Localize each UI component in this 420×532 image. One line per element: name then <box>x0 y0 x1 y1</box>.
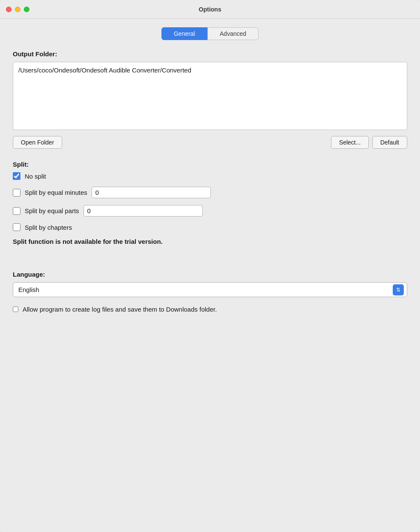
log-files-label: Allow program to create log files and sa… <box>23 306 217 313</box>
tab-bar: General Advanced <box>13 27 407 40</box>
split-minutes-label: Split by equal minutes <box>25 189 87 196</box>
no-split-row: No split <box>13 172 407 180</box>
output-folder-label: Output Folder: <box>13 50 407 58</box>
split-chapters-row: Split by chapters <box>13 223 407 231</box>
log-files-checkbox[interactable] <box>13 306 18 312</box>
window-controls <box>6 6 29 12</box>
select-button[interactable]: Select... <box>331 136 369 149</box>
split-section: Split: No split Split by equal minutes S… <box>13 161 407 245</box>
log-files-row: Allow program to create log files and sa… <box>13 306 407 313</box>
no-split-label: No split <box>25 173 46 180</box>
tab-general[interactable]: General <box>161 27 207 40</box>
language-select-wrapper: English Chinese Japanese Korean French G… <box>13 282 407 297</box>
language-select[interactable]: English Chinese Japanese Korean French G… <box>13 282 407 297</box>
output-folder-input[interactable]: /Users/coco/Ondesoft/Ondesoft Audible Co… <box>13 62 407 130</box>
minimize-button[interactable] <box>15 6 20 12</box>
trial-note: Split function is not available for the … <box>13 238 407 245</box>
split-chapters-label: Split by chapters <box>25 224 72 231</box>
language-section: Language: English Chinese Japanese Korea… <box>13 271 407 297</box>
options-window: Options General Advanced Output Folder: … <box>0 0 420 532</box>
content-area: General Advanced Output Folder: /Users/c… <box>0 19 420 326</box>
split-chapters-checkbox[interactable] <box>13 223 20 231</box>
close-button[interactable] <box>6 6 12 12</box>
split-minutes-input[interactable] <box>92 187 211 198</box>
language-label: Language: <box>13 271 407 278</box>
split-parts-label: Split by equal parts <box>25 207 79 214</box>
window-title: Options <box>199 6 222 13</box>
no-split-checkbox[interactable] <box>13 172 20 180</box>
title-bar: Options <box>0 0 420 19</box>
folder-button-group: Select... Default <box>331 136 407 149</box>
split-parts-input[interactable] <box>83 205 203 217</box>
default-button[interactable]: Default <box>372 136 407 149</box>
split-parts-row: Split by equal parts <box>13 205 407 217</box>
maximize-button[interactable] <box>24 6 29 12</box>
folder-buttons: Open Folder Select... Default <box>13 136 407 149</box>
output-folder-section: Output Folder: /Users/coco/Ondesoft/Onde… <box>13 50 407 149</box>
split-label: Split: <box>13 161 407 168</box>
split-parts-checkbox[interactable] <box>13 207 20 215</box>
split-minutes-row: Split by equal minutes <box>13 187 407 198</box>
split-minutes-checkbox[interactable] <box>13 189 20 197</box>
open-folder-button[interactable]: Open Folder <box>13 136 62 149</box>
tab-advanced[interactable]: Advanced <box>207 27 259 40</box>
